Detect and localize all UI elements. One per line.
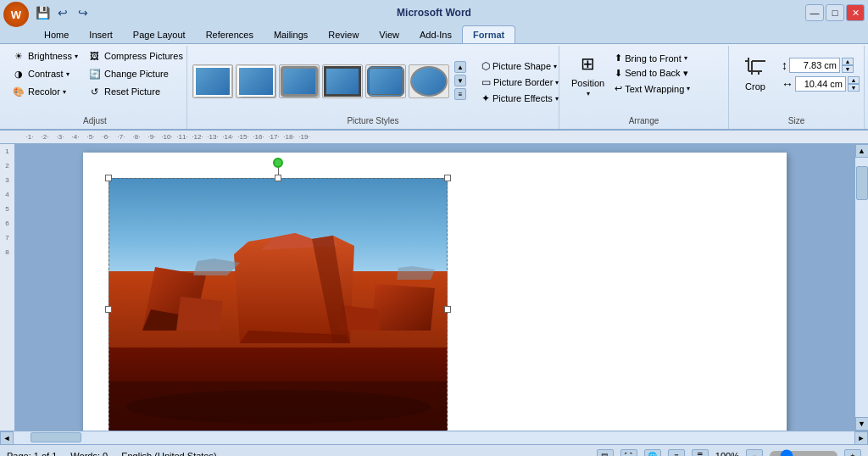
picture-style-4[interactable] xyxy=(322,64,363,98)
send-to-back-button[interactable]: ⬇ Send to Back ▾ xyxy=(611,66,693,81)
zoom-in-button[interactable]: + xyxy=(844,449,861,457)
text-wrap-chevron-icon: ▾ xyxy=(687,85,690,92)
tab-home[interactable]: Home xyxy=(34,26,79,43)
ruler-mark: ·3· xyxy=(53,133,68,141)
width-input[interactable] xyxy=(795,76,846,92)
styles-scroll-up[interactable]: ▲ xyxy=(454,61,466,73)
scroll-up-button[interactable]: ▲ xyxy=(855,144,869,158)
picture-shape-button[interactable]: ⬡ Picture Shape ▾ xyxy=(476,58,564,74)
position-button[interactable]: ⊞ Position ▾ xyxy=(565,47,611,101)
ribbon-group-arrange: ⊞ Position ▾ ⬆ Bring to Front ▾ ⬇ Send t… xyxy=(559,46,729,129)
maximize-button[interactable]: □ xyxy=(826,4,844,21)
close-button[interactable]: ✕ xyxy=(846,4,865,21)
text-wrapping-button[interactable]: ↩ Text Wrapping ▾ xyxy=(611,81,693,96)
tab-add-ins[interactable]: Add-Ins xyxy=(409,26,462,43)
words-status: Words: 0 xyxy=(70,451,108,457)
status-right: ▤ ⛶ 🌐 ≡ ≣ 100% − + xyxy=(597,449,861,457)
tab-references[interactable]: References xyxy=(196,26,264,43)
tab-page-layout[interactable]: Page Layout xyxy=(123,26,196,43)
vruler-mark: 4 xyxy=(5,191,8,198)
vertical-scrollbar: ▲ ▼ xyxy=(854,144,868,431)
size-group-label: Size xyxy=(729,116,864,125)
styles-scroll-more[interactable]: ≡ xyxy=(454,88,466,100)
bring-front-icon: ⬆ xyxy=(615,53,622,64)
redo-button[interactable]: ↪ xyxy=(75,4,92,21)
change-picture-icon: 🔄 xyxy=(88,67,102,81)
picture-style-2[interactable] xyxy=(236,64,276,98)
image-container[interactable] xyxy=(108,178,448,431)
vruler-mark: 8 xyxy=(5,248,8,256)
document-image[interactable] xyxy=(108,178,448,431)
reset-picture-button[interactable]: ↺ Reset Picture xyxy=(85,83,186,100)
bring-to-front-button[interactable]: ⬆ Bring to Front ▾ xyxy=(611,51,693,65)
horizontal-scrollbar: ◄ ► xyxy=(0,431,868,444)
height-decrement-button[interactable]: ▼ xyxy=(842,65,854,73)
width-increment-button[interactable]: ▲ xyxy=(848,76,860,84)
crop-button[interactable]: Crop xyxy=(734,51,776,95)
contrast-button[interactable]: ◑ Contrast ▾ xyxy=(8,65,81,82)
ruler-mark: ·2· xyxy=(37,133,53,141)
send-back-icon: ⬇ xyxy=(615,68,622,79)
view-fullscreen-button[interactable]: ⛶ xyxy=(620,449,637,457)
window-controls: — □ ✕ xyxy=(805,4,868,21)
picture-border-label: Picture Border xyxy=(493,77,553,87)
height-input[interactable] xyxy=(789,58,840,73)
width-decrement-button[interactable]: ▼ xyxy=(848,84,860,92)
zoom-out-button[interactable]: − xyxy=(746,449,763,457)
arrange-col: ⬆ Bring to Front ▾ ⬇ Send to Back ▾ ↩ Te… xyxy=(611,47,693,96)
tab-insert[interactable]: Insert xyxy=(79,26,123,43)
scroll-thumb[interactable] xyxy=(856,166,868,200)
vruler-mark: 3 xyxy=(5,176,8,184)
picture-style-3[interactable] xyxy=(279,64,320,98)
view-print-button[interactable]: ▤ xyxy=(597,449,614,457)
view-outline-button[interactable]: ≡ xyxy=(668,449,685,457)
ruler-mark: ·7· xyxy=(114,133,129,141)
window-title: Microsoft Word xyxy=(397,7,471,19)
recolor-chevron-icon: ▾ xyxy=(63,88,66,96)
office-button[interactable]: W xyxy=(3,2,29,27)
contrast-label: Contrast xyxy=(28,69,64,79)
ruler-mark: ·18· xyxy=(281,133,297,141)
change-picture-button[interactable]: 🔄 Change Picture xyxy=(85,65,186,82)
hscroll-left-button[interactable]: ◄ xyxy=(0,431,14,445)
save-button[interactable]: 💾 xyxy=(34,4,51,21)
scroll-down-button[interactable]: ▼ xyxy=(855,417,869,431)
tab-review[interactable]: Review xyxy=(318,26,369,43)
height-increment-button[interactable]: ▲ xyxy=(842,58,854,65)
tab-view[interactable]: View xyxy=(369,26,409,43)
zoom-level: 100% xyxy=(715,451,739,457)
ruler-mark: ·16· xyxy=(251,133,266,141)
change-picture-label: Change Picture xyxy=(104,69,169,79)
brightness-button[interactable]: ☀ Brightness ▾ xyxy=(8,47,81,64)
picture-border-button[interactable]: ▭ Picture Border ▾ xyxy=(476,75,564,90)
height-input-row: ↕ ▲ ▼ xyxy=(782,58,860,73)
styles-scroll-down[interactable]: ▼ xyxy=(454,75,466,86)
tab-mailings[interactable]: Mailings xyxy=(264,26,318,43)
tab-format[interactable]: Format xyxy=(462,25,515,43)
scroll-track[interactable] xyxy=(855,158,868,417)
position-icon: ⊞ xyxy=(576,51,601,76)
hscroll-thumb[interactable] xyxy=(31,432,81,442)
hscroll-track[interactable] xyxy=(14,431,854,444)
compress-icon: 🖼 xyxy=(88,49,102,63)
svg-marker-11 xyxy=(371,284,435,331)
crop-label: Crop xyxy=(745,81,765,92)
zoom-slider[interactable] xyxy=(770,451,837,457)
picture-style-5[interactable] xyxy=(365,64,406,98)
undo-button[interactable]: ↩ xyxy=(54,4,71,21)
rotate-handle[interactable] xyxy=(273,158,283,168)
rotate-line xyxy=(278,164,279,178)
svg-marker-15 xyxy=(176,297,223,331)
office-icon: W xyxy=(11,8,21,21)
picture-style-1[interactable] xyxy=(192,64,233,98)
view-draft-button[interactable]: ≣ xyxy=(692,449,709,457)
compress-pictures-button[interactable]: 🖼 Compress Pictures xyxy=(85,47,186,64)
picture-effects-button[interactable]: ✦ Picture Effects ▾ xyxy=(476,91,564,106)
hscroll-right-button[interactable]: ► xyxy=(854,431,868,445)
view-web-button[interactable]: 🌐 xyxy=(644,449,661,457)
recolor-button[interactable]: 🎨 Recolor ▾ xyxy=(8,83,81,100)
picture-style-6[interactable] xyxy=(409,64,449,98)
minimize-button[interactable]: — xyxy=(805,4,824,21)
ruler-mark: ·6· xyxy=(98,133,114,141)
height-spinner: ▲ ▼ xyxy=(842,58,854,73)
